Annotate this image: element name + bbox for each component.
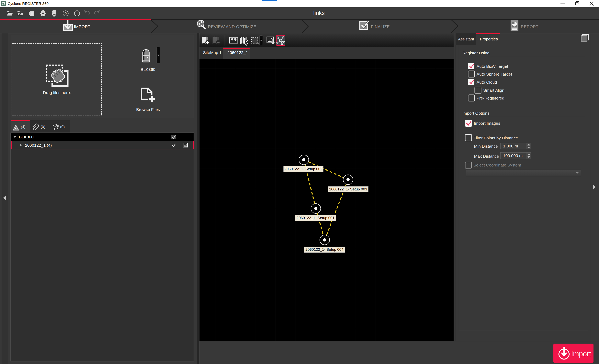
svg-text:?: ? [64,12,67,16]
svg-text:i: i [76,12,78,16]
